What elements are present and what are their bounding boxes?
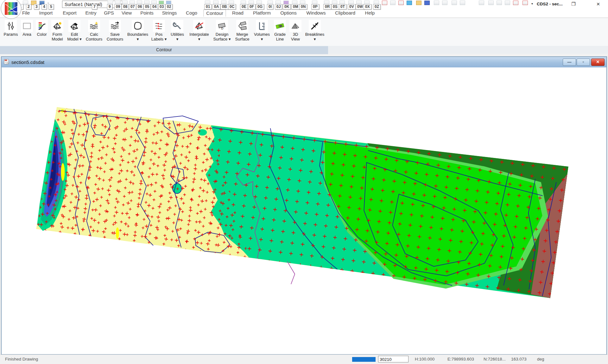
cross-section-icon [442, 1, 447, 5]
toolbar-button[interactable]: 0T [339, 0, 346, 10]
toolbar-button[interactable]: 0A [212, 0, 220, 10]
toolbar-button[interactable]: 01 [204, 0, 212, 10]
grade-line-button[interactable]: GradeLine [272, 19, 288, 42]
toolbar-button[interactable]: 0N [299, 0, 307, 10]
save-contours-button[interactable]: SaveContours [105, 19, 125, 42]
menu-tab-import[interactable]: Import [37, 9, 55, 16]
menu-tab-contour[interactable]: Contour [203, 9, 226, 17]
svg-text:D: D [221, 27, 224, 30]
progress-bar [352, 357, 376, 362]
pos-labels-button[interactable]: PosLabels ▾ [150, 19, 168, 42]
toolbar-button[interactable]: 0F [248, 0, 256, 10]
keytip: 0K [283, 4, 291, 9]
menu-tab-help[interactable]: Help [363, 9, 377, 16]
toolbar-button[interactable]: 02 [165, 0, 173, 10]
close-window-button[interactable]: × [592, 0, 605, 8]
status-easting: E:798993.603 [447, 357, 474, 361]
toolbar-button[interactable]: 0B [220, 0, 228, 10]
toolbar-button[interactable]: 03 [158, 0, 166, 10]
toolbar-button[interactable]: 0V [348, 0, 355, 10]
boundaries-button[interactable]: Boundaries▾ [126, 19, 150, 42]
profile-chart-icon [434, 1, 439, 5]
menu-tab-gps[interactable]: GPS [101, 9, 117, 16]
menu-tab-options[interactable]: Options [278, 9, 299, 16]
params-icon [5, 20, 17, 32]
document-close-button[interactable]: ✕ [591, 59, 605, 66]
status-height: H:100.000 [415, 357, 434, 361]
save-disk-icon [424, 1, 430, 5]
keytip: 0J [275, 4, 282, 9]
menu-tab-entry[interactable]: Entry [83, 9, 99, 16]
volumes-button[interactable]: Volumes▾ [252, 19, 271, 42]
toolbar-button[interactable]: 04 [151, 0, 158, 10]
menu-bar: File Import Export Entry GPS View Points… [0, 9, 608, 17]
document-title-bar[interactable]: section5.cdsdat — ▫ ✕ [2, 57, 606, 68]
toolbar-button[interactable]: 0C [228, 0, 236, 10]
area-button[interactable]: Area [20, 19, 34, 37]
utilities-button[interactable]: Utilities▾ [168, 19, 187, 42]
keytip: 2 [26, 4, 31, 9]
toolbar-button[interactable]: 0M [291, 0, 299, 10]
wavy-lines-icon [390, 1, 396, 5]
params-button[interactable]: Params [2, 19, 19, 37]
menu-tab-road[interactable]: Road [230, 9, 246, 16]
customize-toolbar-arrow[interactable]: ▾ [531, 2, 533, 5]
breaklines-button[interactable]: Breaklines▾ [303, 19, 326, 42]
toolbar-button[interactable]: 09 [114, 0, 122, 10]
toolbar-button[interactable]: 07 [129, 0, 136, 10]
calc-contours-button[interactable]: CalcContours [84, 19, 104, 42]
keytip: 05 [143, 4, 151, 9]
contour-surface-map [2, 67, 606, 354]
toolbar-button[interactable]: 0P [311, 0, 319, 10]
keytip: 0A [212, 4, 220, 9]
3d-view-button[interactable]: 3DView [288, 19, 302, 42]
menu-tab-file[interactable]: File [20, 9, 32, 16]
document-title: section5.cdsdat [11, 60, 44, 65]
toolbar-button[interactable]: 0J [275, 0, 282, 10]
toolbar-button[interactable]: 0E [240, 0, 248, 10]
ribbon-group-bar: Contour [0, 46, 328, 54]
menu-tab-points[interactable]: Points [138, 9, 156, 16]
scale-input[interactable]: 30210 [378, 356, 408, 362]
edit-model-button[interactable]: EditModel ▾ [66, 19, 83, 42]
color-button[interactable]: Color [35, 19, 49, 37]
toolbar-button[interactable]: 0W [356, 0, 363, 10]
interpolate-button[interactable]: Interpolate▾ [187, 19, 211, 42]
toolbar-button[interactable]: 05 [143, 0, 151, 10]
toolbar-button[interactable]: 0X [364, 0, 371, 10]
drawing-canvas[interactable] [2, 67, 606, 354]
sliders-icon [460, 1, 465, 5]
keytip: 7 [92, 4, 97, 9]
restore-window-button[interactable]: ❐ [567, 0, 580, 8]
menu-tab-platform[interactable]: Platform [250, 9, 273, 16]
toolbar-button[interactable]: 08 [122, 0, 129, 10]
form-model-button[interactable]: FormModel [50, 19, 65, 42]
keytip: 9 [107, 4, 112, 9]
keytip: 0S [331, 4, 339, 9]
keytip: 0G [256, 4, 264, 9]
menu-tab-strings[interactable]: Strings [160, 9, 180, 16]
toolbar-button[interactable]: 0Z [373, 0, 381, 10]
document-restore-button[interactable]: ▫ [577, 59, 590, 66]
toolbar-button[interactable]: 0S [331, 0, 339, 10]
menu-tab-view[interactable]: View [119, 9, 134, 16]
keytip: 01 [204, 4, 212, 9]
toolbar-button[interactable]: 0G [256, 0, 263, 10]
form-model-icon [51, 20, 63, 32]
design-surface-button[interactable]: D DesignSurface ▾ [212, 19, 232, 42]
toolbar-button[interactable]: 0K [283, 0, 290, 10]
menu-tab-cogo[interactable]: Cogo [183, 9, 200, 16]
keytip: 3 [34, 4, 39, 9]
status-bar: Finished Drawing 30210 H:100.000 E:79899… [0, 355, 608, 364]
menu-tab-export[interactable]: Export [60, 9, 79, 16]
utilities-icon [171, 20, 183, 32]
merge-surface-button[interactable]: MergeSurface [233, 19, 252, 42]
document-minimize-button[interactable]: — [563, 59, 576, 66]
keytip: 0B [220, 4, 228, 9]
status-northing: N:726018... [484, 357, 506, 361]
toolbar-button[interactable]: 06 [136, 0, 144, 10]
toolbar-button[interactable]: 0R [323, 0, 331, 10]
menu-tab-windows[interactable]: Windows [304, 9, 328, 16]
menu-tab-clipboard[interactable]: Clipboard [332, 9, 358, 16]
ribbon-group-label: Contour [0, 47, 328, 52]
